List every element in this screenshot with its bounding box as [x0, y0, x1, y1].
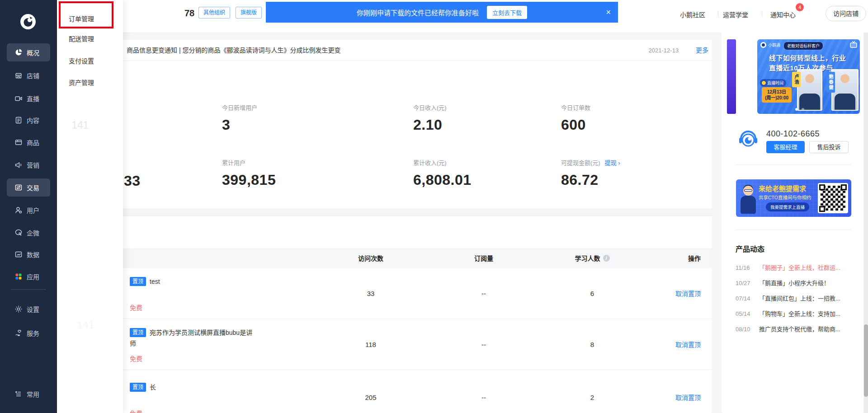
live-date-box: 12月13日 (周一)20:00	[762, 87, 792, 103]
scrollbar-thumb[interactable]	[864, 324, 868, 397]
price-label: 免费	[130, 409, 312, 413]
transactions-icon	[14, 183, 23, 192]
visit-shop-button[interactable]: 访问店铺	[826, 6, 866, 21]
learners-cell: 2	[538, 370, 646, 413]
sidebar-item-settings[interactable]: 设置	[7, 300, 50, 318]
content-table-card: 访问次数 订阅量 学习人数 i 操作 置顶test 免费 33 -- 6 取消置…	[103, 216, 712, 413]
document-icon	[14, 116, 23, 124]
product-title[interactable]: 置顶长	[130, 382, 265, 407]
submit-request-button[interactable]: 我要提需求上直播	[766, 202, 809, 211]
stat-value: 399,815	[222, 172, 276, 188]
org-badge[interactable]: 其他组织	[198, 7, 230, 19]
visits-cell: 33	[312, 268, 429, 319]
sidebar-item-frequent[interactable]: 常用	[7, 385, 50, 403]
service-manager-button[interactable]: 客服经理	[766, 141, 805, 153]
submenu-payment-settings[interactable]: 支付设置	[57, 51, 123, 71]
stat-partial-value: 33	[124, 173, 141, 189]
notification-text: 商品信息更变通知 | 您分销的商品《郦波品读诗词与人生》分成比例发生更变	[127, 47, 340, 54]
feedback-ad-banner[interactable]: 来给老鲍提需求 共享CTO直播间与你相约 我要提需求上直播	[736, 179, 851, 217]
unpin-link[interactable]: 取消置顶	[675, 340, 701, 349]
go-download-button[interactable]: 立刻去下载	[487, 6, 527, 19]
col-action-header: 操作	[646, 248, 701, 268]
stat-label: 今日订单数	[561, 103, 590, 112]
apps-grid-icon	[14, 272, 23, 281]
info-icon[interactable]: i	[603, 255, 610, 262]
store-icon	[14, 71, 23, 80]
withdraw-link[interactable]: 提现 ›	[605, 160, 620, 166]
carousel-dots[interactable]	[795, 108, 804, 111]
shop-name-partial: 78	[184, 8, 194, 19]
product-title[interactable]: 置顶test	[130, 276, 265, 301]
notice-count-badge: 4	[796, 3, 804, 11]
gear-icon	[14, 305, 23, 313]
speaker-photo: 卢浩	[797, 69, 822, 111]
sidebar-item-data[interactable]: 数据	[7, 245, 50, 263]
sidebar-divider	[11, 289, 46, 290]
notification-row[interactable]: 商品信息更变通知 | 您分销的商品《郦波品读诗词与人生》分成比例发生更变 202…	[103, 40, 712, 61]
divider	[718, 11, 718, 17]
product-updates-title: 产品动态	[736, 243, 764, 254]
sidebar-item-service[interactable]: 服务	[7, 324, 50, 342]
list-item[interactable]: 11/16 「鹅圈子」全新上线，社群运...	[736, 260, 851, 276]
carousel-dot[interactable]	[795, 108, 798, 111]
col-learners-header: 学习人数 i	[538, 248, 646, 268]
admin-dashboard: 78 其他组织 旗舰版 小鹅社区 运营学堂 通知中心 4 访问店铺 你刚刚申请下…	[0, 0, 868, 413]
sidebar-item-trade[interactable]: 交易	[7, 178, 50, 197]
more-link[interactable]: 更多	[696, 47, 708, 54]
after-sales-complaint-button[interactable]: 售后投诉	[809, 141, 849, 153]
stat-value: 86.72	[561, 172, 599, 188]
submenu-asset-management[interactable]: 资产管理	[57, 73, 123, 93]
live-event-ad-banner[interactable]: 小鹅通 老鲍对话标杆客户 线下如何转型线上，行业 直播近10万人次参与 直播时间…	[757, 39, 860, 114]
pinned-badge: 置顶	[130, 277, 146, 286]
scrollbar[interactable]	[864, 33, 868, 413]
list-item[interactable]: 08/10 推广员支持个税代缴，帮助商...	[736, 322, 851, 337]
close-icon[interactable]: ×	[606, 7, 611, 18]
ad2-title: 来给老鲍提需求	[759, 183, 806, 193]
list-item[interactable]: 10/27 「鹅直播」小程序大升级！	[736, 276, 851, 291]
list-icon	[14, 390, 23, 398]
stat-label: 可提现金额(元)提现 ›	[561, 158, 620, 167]
unpin-link[interactable]: 取消置顶	[675, 289, 701, 298]
megaphone-icon	[14, 161, 23, 169]
sidebar-item-content[interactable]: 内容	[7, 111, 50, 129]
qr-code	[818, 183, 848, 213]
sidebar-item-users[interactable]: 用户	[7, 201, 50, 219]
plan-badge[interactable]: 旗舰版	[236, 7, 262, 19]
col-visits-header: 访问次数	[312, 248, 429, 268]
col-subscriptions-header: 订阅量	[429, 248, 538, 268]
sidebar-item-goods[interactable]: 商品	[7, 133, 50, 151]
table-row: 置顶test 免费 33 -- 6 取消置顶	[103, 268, 712, 319]
stat-value: 2.10	[413, 117, 442, 133]
visits-cell: 205	[312, 370, 429, 413]
stat-label: 今日新增用户	[222, 103, 257, 112]
divider	[736, 164, 851, 165]
tv-icon	[849, 40, 858, 50]
subscriptions-cell: --	[429, 319, 538, 370]
sidebar-item-live[interactable]: 直播	[7, 89, 50, 108]
divider	[762, 11, 762, 17]
sidebar-item-marketing[interactable]: 营销	[7, 156, 50, 174]
pie-chart-icon	[14, 48, 23, 56]
cartoon-man-illustration	[740, 186, 758, 217]
unpin-link[interactable]: 取消置顶	[675, 393, 701, 402]
academy-link[interactable]: 运营学堂	[723, 10, 748, 19]
sidebar-item-wecom[interactable]: 企微	[7, 224, 50, 242]
product-title[interactable]: 置顶宛苏作为学员测试横屏直播bubu是讲师	[130, 327, 256, 352]
sidebar-item-apps[interactable]: 应用	[7, 268, 50, 286]
goose-logo[interactable]	[20, 14, 36, 31]
download-banner: 你刚刚申请下载的文件已经帮你准备好啦 立刻去下载 ×	[266, 2, 618, 23]
carousel-previous-slide[interactable]	[727, 39, 736, 114]
goose-logo-icon	[760, 42, 766, 48]
sidebar-item-overview[interactable]: 概况	[7, 43, 50, 61]
community-link[interactable]: 小鹅社区	[680, 10, 705, 19]
analytics-icon	[14, 250, 23, 258]
sidebar: 概况 店铺 直播 内容 商品	[0, 0, 57, 413]
sidebar-item-shop[interactable]: 店铺	[7, 66, 50, 84]
hand-heart-icon	[14, 329, 23, 337]
notice-center-link[interactable]: 通知中心	[770, 10, 796, 19]
list-item[interactable]: 05/14 「购物车」全新上线：支持加...	[736, 306, 851, 322]
submenu-delivery-management[interactable]: 配送管理	[57, 29, 123, 49]
carousel-dot[interactable]	[802, 108, 804, 111]
stat-label: 累计收入(元)	[413, 158, 447, 167]
list-item[interactable]: 07/14 「直播间红包」上线：一招教...	[736, 291, 851, 306]
